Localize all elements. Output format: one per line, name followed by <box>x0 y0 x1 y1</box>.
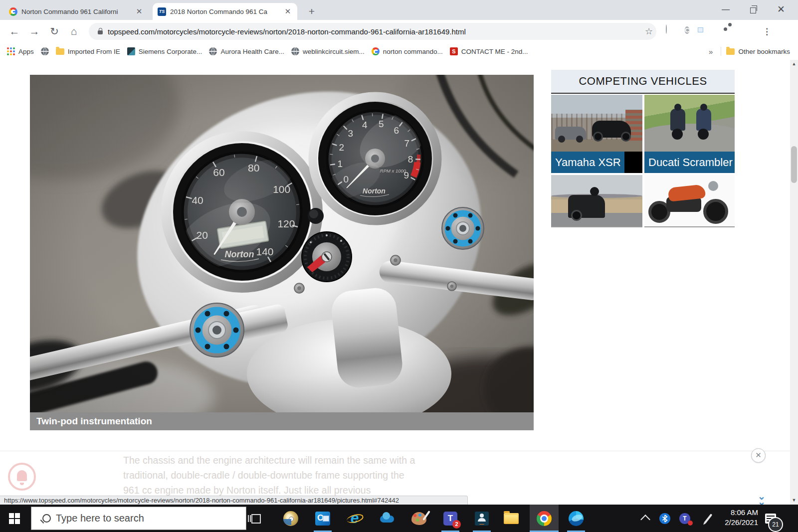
other-bookmarks-folder[interactable]: Other bookmarks <box>726 48 790 55</box>
notification-bell-icon[interactable] <box>8 463 36 491</box>
bluetooth-tray[interactable] <box>659 505 670 532</box>
bookmark-norton-commando[interactable]: norton commando... <box>372 47 443 55</box>
windows-logo-icon <box>9 513 20 524</box>
search-placeholder: Type here to search <box>56 513 144 524</box>
taskbar-company-portal[interactable] <box>467 505 496 532</box>
extension-c-icon[interactable]: C <box>684 25 698 39</box>
competing-vehicle-trike[interactable] <box>551 175 642 227</box>
taskbar-search-box[interactable]: Type here to search <box>31 507 246 530</box>
extensions-puzzle-icon[interactable] <box>723 25 737 39</box>
bookmark-star-icon[interactable]: ☆ <box>641 26 656 37</box>
bookmark-label: norton commando... <box>383 48 443 55</box>
article-photo[interactable]: 20406080100120140 Norton <box>30 75 534 412</box>
chrome-icon <box>537 511 552 526</box>
bookmark-imported-from-ie[interactable]: Imported From IE <box>56 48 120 55</box>
taskbar-internet-explorer[interactable]: e <box>340 505 369 532</box>
vehicle-label[interactable]: Ducati Scrambler <box>644 152 735 173</box>
window-restore-button[interactable] <box>741 0 766 19</box>
scrollbar-up-arrow[interactable]: ▲ <box>790 60 798 68</box>
back-icon[interactable]: ← <box>7 24 22 38</box>
photo-vignette <box>30 75 534 412</box>
paragraph-line: traditional, double-cradle / double-down… <box>123 468 452 483</box>
lock-icon[interactable] <box>98 30 103 34</box>
zscaler-icon <box>379 514 395 524</box>
ad-close-button[interactable]: ✕ <box>751 448 766 463</box>
bookmarks-overflow-chevron[interactable]: » <box>709 47 713 56</box>
profile-avatar-icon[interactable] <box>742 25 756 39</box>
article-paragraph: The chassis and the engine architecture … <box>123 453 452 503</box>
siemens-favicon-icon <box>127 47 135 55</box>
competing-vehicle-bobber[interactable] <box>644 175 735 227</box>
taskbar-clock[interactable]: 8:06 AM 2/26/2021 <box>704 508 758 532</box>
topspeed-favicon-icon: TS <box>158 7 166 16</box>
task-view-button[interactable] <box>239 505 268 532</box>
reload-icon[interactable]: ↻ <box>47 24 62 38</box>
outlook-icon <box>315 512 330 526</box>
taskbar-disc-burner[interactable] <box>276 505 305 532</box>
label-black-block <box>624 152 642 173</box>
bookmark-siemens[interactable]: Siemens Corporate... <box>127 47 202 55</box>
company-portal-icon <box>475 512 489 526</box>
bookmark-label: weblinkcircuit.siem... <box>303 48 365 55</box>
new-tab-button[interactable]: + <box>305 5 318 18</box>
bluetooth-icon <box>659 513 670 524</box>
tab-inactive[interactable]: Norton Commando 961 Californi ✕ <box>4 3 149 20</box>
tab-close-icon[interactable]: ✕ <box>135 7 144 16</box>
vehicle-label[interactable]: Yamaha XSR <box>551 152 642 173</box>
taskbar-paint3d[interactable] <box>404 505 433 532</box>
tab-active[interactable]: TS 2018 Norton Commando 961 Ca ✕ <box>153 3 297 20</box>
notification-count-badge[interactable]: 21 <box>768 517 783 532</box>
bookmark-weblinkcircuit[interactable]: weblinkcircuit.siem... <box>291 47 365 55</box>
vehicle-thumbnail-image[interactable] <box>551 95 642 152</box>
edge-icon <box>569 511 584 526</box>
hidden-icons-chevron[interactable] <box>638 505 652 532</box>
scrollbar-down-arrow[interactable]: ▼ <box>790 496 798 505</box>
teams-tray-icon: T <box>679 513 690 524</box>
vehicle-thumbnail-image[interactable] <box>551 175 642 227</box>
bookmark-label: Aurora Health Care... <box>220 48 284 55</box>
folder-icon <box>726 48 735 55</box>
content-divider <box>0 451 790 451</box>
clock-time: 8:06 AM <box>704 508 758 518</box>
forward-icon[interactable]: → <box>27 24 42 38</box>
address-bar[interactable]: topspeed.com/motorcycles/motorcycle-revi… <box>89 23 656 40</box>
bookmark-item[interactable] <box>41 47 49 55</box>
scroll-down-chevrons-icon[interactable]: ⌄⌄ <box>755 494 768 505</box>
taskbar-outlook[interactable] <box>308 505 337 532</box>
taskbar-zscaler[interactable] <box>373 505 401 532</box>
outlook-extension-icon[interactable] <box>703 25 717 39</box>
scrollbar-thumb[interactable] <box>791 146 797 183</box>
globe-icon <box>291 47 299 55</box>
vehicle-thumbnail-image[interactable] <box>644 175 735 227</box>
tab-close-icon[interactable]: ✕ <box>283 7 292 16</box>
contact-s-icon: S <box>450 47 458 55</box>
window-minimize-button[interactable]: — <box>713 0 738 19</box>
competing-vehicle-yamaha-xsr[interactable]: Yamaha XSR <box>551 95 642 173</box>
vehicle-thumbnail-image[interactable] <box>644 95 735 152</box>
bookmark-apps[interactable]: Apps <box>7 47 34 55</box>
page-scrollbar[interactable] <box>790 60 798 505</box>
photo-caption: Twin-pod instrumentation <box>30 412 534 430</box>
task-view-icon <box>248 514 260 524</box>
file-explorer-icon <box>504 513 519 524</box>
extension-circle-icon[interactable] <box>664 25 678 39</box>
start-button[interactable] <box>0 505 29 532</box>
page-url[interactable]: topspeed.com/motorcycles/motorcycle-revi… <box>108 27 641 36</box>
browser-menu-icon[interactable]: ⋮ <box>763 25 777 39</box>
taskbar-chrome[interactable] <box>530 505 559 532</box>
sidebar-title: COMPETING VEHICLES <box>551 70 735 94</box>
bookmark-contact-me[interactable]: S CONTACT ME - 2nd... <box>450 47 528 55</box>
paint-3d-icon <box>411 512 426 525</box>
home-icon[interactable]: ⌂ <box>66 24 81 38</box>
window-close-button[interactable]: ✕ <box>769 0 794 19</box>
taskbar-teams[interactable]: T 2 <box>436 505 465 532</box>
bookmark-aurora[interactable]: Aurora Health Care... <box>209 47 284 55</box>
teams-tray[interactable]: T <box>679 505 690 532</box>
taskbar-file-explorer[interactable] <box>497 505 526 532</box>
taskbar-edge[interactable] <box>562 505 591 532</box>
globe-icon <box>41 47 49 55</box>
article-figure: 20406080100120140 Norton <box>30 75 534 430</box>
competing-vehicle-ducati-scrambler[interactable]: Ducati Scrambler <box>644 95 735 173</box>
bookmark-label: Apps <box>18 48 34 55</box>
bookmark-label: Siemens Corporate... <box>139 48 202 55</box>
